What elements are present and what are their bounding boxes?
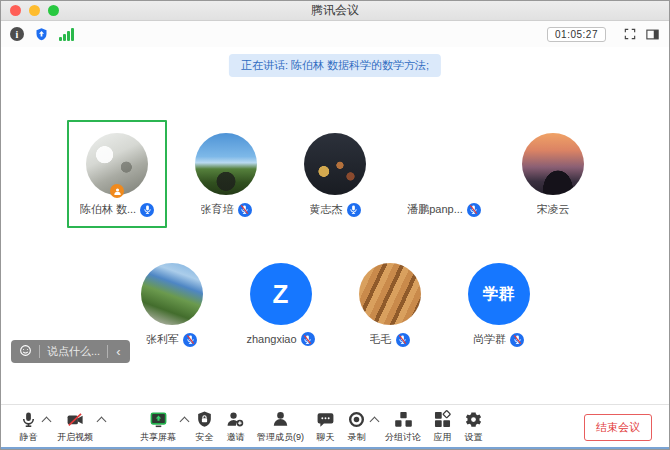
camera-off-icon bbox=[66, 410, 85, 429]
record-icon bbox=[347, 410, 366, 429]
invite-icon bbox=[226, 410, 245, 429]
avatar: 学群 bbox=[468, 263, 530, 325]
end-meeting-button[interactable]: 结束会议 bbox=[584, 414, 652, 441]
participant-tile[interactable]: 学群尚学群 bbox=[449, 250, 549, 358]
participant-tile[interactable]: Zzhangxiao bbox=[231, 250, 331, 358]
toolbar-item-label: 聊天 bbox=[317, 431, 335, 444]
participant-tile[interactable]: 黄志杰 bbox=[285, 120, 385, 228]
participant-row-1: 陈伯林 数...张育培黄志杰潘鹏panp...宋凌云 bbox=[1, 120, 669, 228]
participant-name: 尚学群 bbox=[473, 332, 506, 347]
settings-icon bbox=[464, 410, 483, 429]
header-toolbar: i 01:05:27 bbox=[1, 21, 669, 47]
toolbar-item-invite[interactable]: 邀请 bbox=[226, 410, 245, 444]
toolbar-item-mute[interactable]: 静音 bbox=[19, 410, 38, 444]
toolbar-item-manage-members[interactable]: 管理成员(9) bbox=[257, 410, 304, 444]
participant-tile[interactable]: 陈伯林 数... bbox=[67, 120, 167, 228]
chevron-up-icon[interactable] bbox=[370, 417, 380, 427]
security-protect-icon[interactable] bbox=[34, 26, 49, 42]
toolbar-item-label: 邀请 bbox=[227, 431, 245, 444]
avatar bbox=[86, 133, 148, 195]
host-badge-icon bbox=[110, 184, 124, 198]
chat-placeholder: 说点什么... bbox=[47, 344, 100, 359]
mic-on-icon bbox=[140, 203, 154, 217]
mic-muted-icon bbox=[301, 332, 315, 346]
avatar bbox=[304, 133, 366, 195]
layout-toggle-icon[interactable] bbox=[645, 26, 660, 42]
mic-muted-icon bbox=[467, 203, 481, 217]
toolbar-item-label: 开启视频 bbox=[57, 431, 93, 444]
network-signal-icon[interactable] bbox=[59, 28, 74, 41]
close-window-button[interactable] bbox=[10, 5, 21, 16]
participant-name: 陈伯林 数... bbox=[80, 202, 136, 217]
toolbar-item-label: 应用 bbox=[434, 431, 452, 444]
toolbar-item-apps[interactable]: 应用 bbox=[433, 410, 452, 444]
collapse-chat-icon[interactable]: ‹ bbox=[115, 345, 121, 358]
participant-name: 黄志杰 bbox=[310, 202, 343, 217]
chevron-up-icon[interactable] bbox=[42, 417, 52, 427]
participant-name: 毛毛 bbox=[370, 332, 392, 347]
participant-tile[interactable]: 宋凌云 bbox=[503, 120, 603, 228]
participant-tile[interactable]: 潘鹏panp... bbox=[394, 120, 494, 228]
participant-name: zhangxiao bbox=[246, 333, 296, 345]
toolbar-item-label: 共享屏幕 bbox=[140, 431, 176, 444]
toolbar-item-chat[interactable]: 聊天 bbox=[316, 410, 335, 444]
titlebar: 腾讯会议 bbox=[1, 1, 669, 21]
quick-chat-input[interactable]: 说点什么... ‹ bbox=[11, 340, 130, 363]
toolbar-item-label: 静音 bbox=[20, 431, 38, 444]
chevron-up-icon[interactable] bbox=[180, 417, 190, 427]
toolbar-item-record[interactable]: 录制 bbox=[347, 410, 366, 444]
avatar bbox=[141, 263, 203, 325]
toolbar-item-start-video[interactable]: 开启视频 bbox=[57, 410, 93, 444]
avatar bbox=[522, 133, 584, 195]
participant-tile[interactable]: 张育培 bbox=[176, 120, 276, 228]
mic-muted-icon bbox=[396, 333, 410, 347]
chevron-up-icon[interactable] bbox=[97, 417, 107, 427]
toolbar-item-label: 设置 bbox=[465, 431, 483, 444]
toolbar-item-label: 录制 bbox=[348, 431, 366, 444]
window-title: 腾讯会议 bbox=[1, 2, 669, 19]
toolbar-item-label: 管理成员(9) bbox=[257, 431, 304, 444]
participant-tile[interactable]: 毛毛 bbox=[340, 250, 440, 358]
mic-muted-icon bbox=[238, 203, 252, 217]
avatar bbox=[413, 133, 475, 195]
zoom-window-button[interactable] bbox=[48, 5, 59, 16]
share-screen-icon bbox=[149, 410, 168, 429]
mic-muted-icon bbox=[183, 333, 197, 347]
apps-icon bbox=[433, 410, 452, 429]
toolbar-item-share-screen[interactable]: 共享屏幕 bbox=[140, 410, 176, 444]
breakout-icon bbox=[394, 410, 413, 429]
mic-on-icon bbox=[347, 203, 361, 217]
participant-name: 宋凌云 bbox=[537, 202, 570, 217]
participant-name: 张利军 bbox=[146, 332, 179, 347]
meeting-window: 腾讯会议 i 01:05:27 正在讲话: 陈伯林 数据科学的数学方法; 陈伯林… bbox=[0, 0, 670, 450]
avatar: Z bbox=[250, 263, 312, 325]
toolbar-item-security[interactable]: 安全 bbox=[195, 410, 214, 444]
toolbar-item-breakout[interactable]: 分组讨论 bbox=[385, 410, 421, 444]
toolbar-item-label: 安全 bbox=[196, 431, 214, 444]
mic-icon bbox=[19, 410, 38, 429]
speaking-banner: 正在讲话: 陈伯林 数据科学的数学方法; bbox=[229, 54, 441, 77]
toolbar-item-label: 分组讨论 bbox=[385, 431, 421, 444]
meeting-info-icon[interactable]: i bbox=[10, 26, 24, 42]
participant-name: 张育培 bbox=[201, 202, 234, 217]
bottom-toolbar: 静音开启视频共享屏幕安全邀请管理成员(9)聊天录制分组讨论应用设置 结束会议 bbox=[1, 404, 669, 449]
traffic-lights bbox=[10, 5, 59, 16]
avatar bbox=[359, 263, 421, 325]
participant-name: 潘鹏panp... bbox=[407, 202, 463, 217]
emoji-icon[interactable] bbox=[19, 343, 32, 361]
chat-icon bbox=[316, 410, 335, 429]
participant-tile[interactable]: 张利军 bbox=[122, 250, 222, 358]
meeting-timer: 01:05:27 bbox=[547, 27, 606, 42]
toolbar-item-settings[interactable]: 设置 bbox=[464, 410, 483, 444]
members-icon bbox=[271, 410, 290, 429]
mic-muted-icon bbox=[510, 333, 524, 347]
minimize-window-button[interactable] bbox=[29, 5, 40, 16]
avatar bbox=[195, 133, 257, 195]
security-shield-icon bbox=[195, 410, 214, 429]
fullscreen-icon[interactable] bbox=[623, 26, 637, 42]
